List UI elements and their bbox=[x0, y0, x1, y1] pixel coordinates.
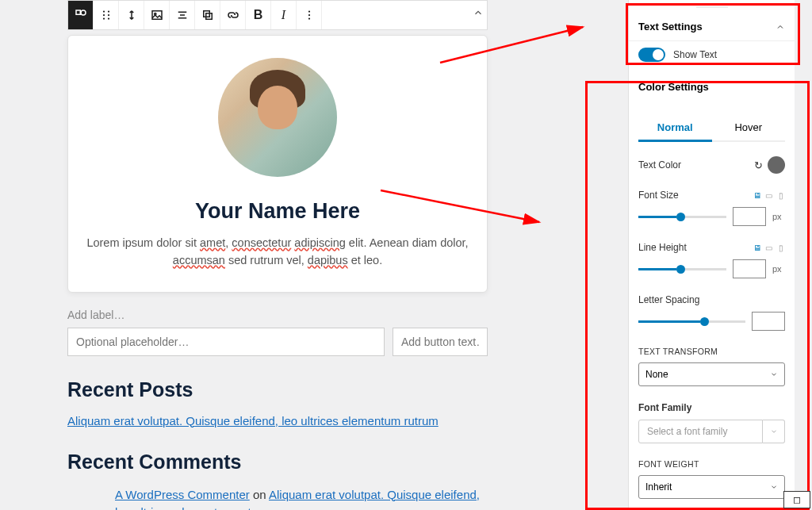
show-text-toggle[interactable] bbox=[638, 48, 665, 62]
avatar-image[interactable] bbox=[218, 58, 337, 177]
chevron-down-icon bbox=[770, 483, 778, 491]
tablet-icon[interactable]: ▭ bbox=[764, 243, 773, 252]
bio-segment: sed rutrum vel, bbox=[225, 254, 308, 267]
font-weight-label: FONT WEIGHT bbox=[638, 459, 785, 469]
tab-hover[interactable]: Hover bbox=[712, 115, 786, 142]
font-family-select[interactable]: Select a font family bbox=[638, 420, 785, 443]
svg-rect-8 bbox=[152, 11, 162, 20]
chevron-up-icon bbox=[776, 22, 785, 32]
add-label-text[interactable]: Add label… bbox=[67, 309, 488, 321]
link-button[interactable] bbox=[220, 1, 246, 29]
align-button[interactable] bbox=[170, 1, 195, 29]
bold-button[interactable]: B bbox=[246, 1, 271, 29]
comment-line: A WordPress Commenter on Aliquam erat vo… bbox=[115, 486, 488, 511]
profile-block[interactable]: Your Name Here Lorem ipsum dolor sit ame… bbox=[67, 35, 488, 293]
bio-word: dapibus bbox=[308, 254, 348, 267]
text-transform-row: TEXT TRANSFORM None bbox=[638, 347, 785, 386]
font-size-unit: px bbox=[772, 212, 785, 221]
settings-sidebar: Text Settings Show Text Color Settings N… bbox=[628, 0, 795, 510]
reset-color-icon[interactable]: ↻ bbox=[754, 159, 763, 171]
font-family-label: Font Family bbox=[638, 402, 785, 413]
font-family-placeholder: Select a font family bbox=[638, 420, 763, 443]
more-options-button[interactable] bbox=[297, 1, 322, 29]
letter-spacing-label: Letter Spacing bbox=[638, 294, 699, 305]
text-transform-select[interactable]: None bbox=[638, 362, 785, 386]
name-heading[interactable]: Your Name Here bbox=[82, 199, 473, 224]
line-height-label: Line Height bbox=[638, 242, 687, 253]
desktop-icon[interactable]: 🖥 bbox=[753, 243, 761, 252]
mobile-icon[interactable]: ▯ bbox=[776, 243, 785, 252]
editor-main: B I Your Name Here Lorem ipsum dolor sit… bbox=[67, 0, 488, 510]
sidebar-grabber bbox=[696, 6, 728, 13]
svg-point-5 bbox=[107, 10, 109, 12]
font-size-slider[interactable] bbox=[638, 216, 726, 218]
bio-segment: elit. Aenean diam dolor, bbox=[346, 236, 469, 249]
block-type-button[interactable] bbox=[68, 1, 94, 29]
line-height-unit: px bbox=[772, 264, 785, 274]
color-settings-title: Color Settings bbox=[638, 81, 709, 93]
comment-on-text: on bbox=[250, 488, 269, 501]
bio-text[interactable]: Lorem ipsum dolor sit amet, consectetur … bbox=[82, 235, 473, 270]
duplicate-button[interactable] bbox=[195, 1, 220, 29]
recent-post-link[interactable]: Aliquam erat volutpat. Quisque eleifend,… bbox=[67, 414, 439, 428]
text-color-swatch[interactable] bbox=[768, 156, 785, 174]
resize-handle[interactable]: ◻ bbox=[783, 491, 810, 508]
chevron-down-icon bbox=[770, 428, 778, 435]
text-settings-panel-header[interactable]: Text Settings bbox=[629, 13, 795, 41]
recent-comments-heading: Recent Comments bbox=[67, 451, 488, 474]
svg-point-13 bbox=[308, 14, 309, 16]
move-button[interactable] bbox=[119, 1, 144, 29]
recent-posts-heading: Recent Posts bbox=[67, 378, 488, 401]
svg-point-12 bbox=[308, 10, 309, 12]
block-toolbar: B I bbox=[67, 0, 488, 30]
font-family-chevron[interactable] bbox=[763, 420, 785, 443]
line-height-slider-thumb[interactable] bbox=[676, 265, 685, 274]
device-icons: 🖥 ▭ ▯ bbox=[753, 243, 785, 252]
font-weight-row: FONT WEIGHT Inherit bbox=[638, 459, 785, 499]
letter-spacing-slider[interactable] bbox=[638, 320, 745, 323]
color-settings-body: Normal Hover Text Color ↻ Font Size 🖥 ▭ … bbox=[629, 101, 795, 510]
svg-point-7 bbox=[107, 17, 109, 19]
svg-point-2 bbox=[102, 10, 104, 12]
collapse-toolbar-icon[interactable] bbox=[473, 7, 484, 21]
text-transform-value: None bbox=[645, 369, 668, 380]
placeholder-input[interactable] bbox=[67, 328, 385, 356]
letter-spacing-row: Letter Spacing bbox=[638, 294, 785, 331]
tablet-icon[interactable]: ▭ bbox=[764, 191, 773, 200]
font-size-value[interactable] bbox=[733, 207, 766, 226]
letter-spacing-slider-thumb[interactable] bbox=[700, 317, 709, 326]
bio-segment: Lorem ipsum dolor sit bbox=[86, 236, 200, 249]
drag-handle-button[interactable] bbox=[94, 1, 119, 29]
color-settings-panel-header[interactable]: Color Settings bbox=[629, 73, 795, 101]
text-settings-title: Text Settings bbox=[638, 21, 703, 33]
svg-rect-0 bbox=[76, 10, 80, 14]
chevron-down-icon bbox=[770, 370, 778, 378]
button-text-input[interactable] bbox=[393, 328, 488, 356]
letter-spacing-value[interactable] bbox=[752, 312, 785, 331]
show-text-label: Show Text bbox=[673, 49, 717, 60]
font-weight-value: Inherit bbox=[645, 481, 672, 493]
svg-point-3 bbox=[102, 14, 104, 16]
tab-normal[interactable]: Normal bbox=[638, 115, 712, 142]
line-height-value[interactable] bbox=[733, 259, 766, 278]
image-button[interactable] bbox=[144, 1, 170, 29]
show-text-toggle-row: Show Text bbox=[629, 41, 795, 73]
desktop-icon[interactable]: 🖥 bbox=[753, 191, 761, 200]
bio-segment: et leo. bbox=[348, 254, 383, 267]
mobile-icon[interactable]: ▯ bbox=[776, 191, 785, 200]
bio-word: adipiscing bbox=[294, 236, 346, 249]
font-size-slider-thumb[interactable] bbox=[676, 213, 685, 221]
italic-button[interactable]: I bbox=[271, 1, 297, 29]
bio-word: accumsan bbox=[173, 254, 225, 267]
svg-point-1 bbox=[81, 10, 86, 15]
commenter-link[interactable]: A WordPress Commenter bbox=[115, 488, 250, 501]
font-size-label: Font Size bbox=[638, 190, 679, 201]
color-tabs: Normal Hover bbox=[638, 115, 785, 142]
svg-point-6 bbox=[107, 14, 109, 16]
line-height-slider[interactable] bbox=[638, 268, 726, 270]
text-transform-label: TEXT TRANSFORM bbox=[638, 347, 785, 356]
text-color-label: Text Color bbox=[638, 159, 681, 171]
text-color-row: Text Color ↻ bbox=[638, 156, 785, 174]
sidebar-scrollbar[interactable] bbox=[628, 83, 629, 321]
font-weight-select[interactable]: Inherit bbox=[638, 475, 785, 499]
